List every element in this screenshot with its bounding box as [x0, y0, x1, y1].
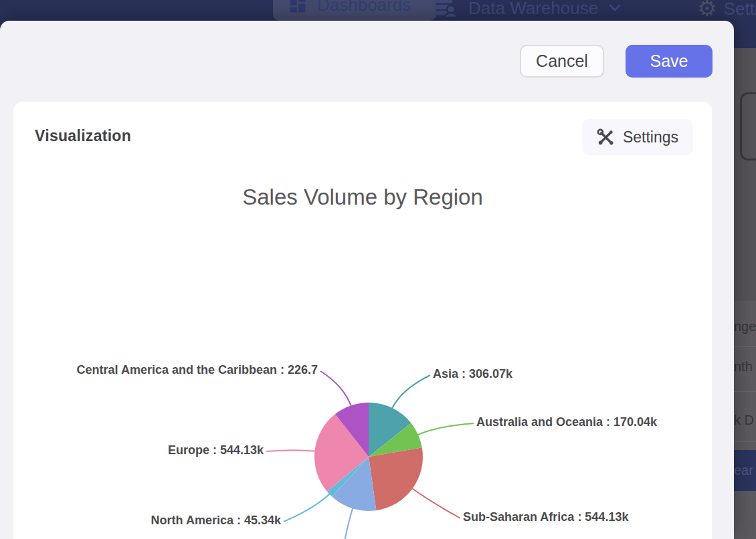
dashboard-icon: [288, 0, 308, 15]
label-leader-line: [411, 488, 460, 518]
background-dropdown-menu: nge nth k D eek: [734, 301, 756, 539]
cancel-button[interactable]: Cancel: [520, 45, 604, 78]
menu-divider: [734, 441, 756, 442]
label-leader-line: [266, 450, 316, 451]
background-outlined-button: [740, 92, 756, 160]
menu-item-fragment[interactable]: k D: [734, 413, 754, 427]
label-leader-line: [391, 375, 430, 409]
label-leader-line: [341, 507, 353, 539]
pie-chart: Asia : 306.07kAustralia and Oceania : 17…: [13, 102, 712, 539]
pie-label: Central America and the Caribbean : 226.…: [77, 363, 318, 377]
menu-item-fragment[interactable]: nth: [734, 360, 753, 373]
pie-label: North America : 45.34k: [151, 514, 281, 528]
database-user-icon: [432, 0, 458, 19]
chevron-down-icon: [609, 4, 621, 12]
nav-item-settings[interactable]: ⚙ Settings: [697, 0, 756, 20]
label-leader-line: [417, 423, 474, 435]
pie-label: Europe : 544.13k: [168, 443, 264, 457]
gear-icon: ⚙: [697, 0, 717, 19]
pie-slice-sub-saharan-africa[interactable]: [369, 447, 423, 510]
background-page-strip: nge nth k D eek ear: [734, 48, 756, 539]
nav-item-label: Data Warehouse: [468, 0, 598, 19]
pie-label: Sub-Saharan Africa : 544.13k: [463, 510, 628, 524]
menu-divider: [734, 391, 756, 392]
menu-item-fragment: ear: [734, 463, 753, 477]
nav-item-label: Dashboards: [317, 0, 411, 15]
pie-label: Australia and Oceania : 170.04k: [476, 415, 657, 429]
menu-item-fragment[interactable]: nge: [734, 320, 756, 333]
pie-svg: [13, 102, 712, 539]
nav-item-label: Settings: [724, 0, 756, 19]
nav-item-dashboards[interactable]: Dashboards: [273, 0, 436, 21]
nav-item-data-warehouse[interactable]: Data Warehouse: [432, 0, 621, 19]
label-leader-line: [320, 371, 351, 407]
visualization-card: Visualization Settings Sales Volume by R…: [13, 102, 712, 539]
pie-label: Asia : 306.07k: [433, 367, 512, 381]
save-button[interactable]: Save: [626, 45, 713, 78]
menu-divider: [734, 346, 756, 347]
label-leader-line: [284, 494, 330, 522]
background-menu-item-selected[interactable]: ear: [734, 450, 756, 491]
edit-visualization-modal: Cancel Save Visualization Settings Sales…: [0, 21, 734, 539]
